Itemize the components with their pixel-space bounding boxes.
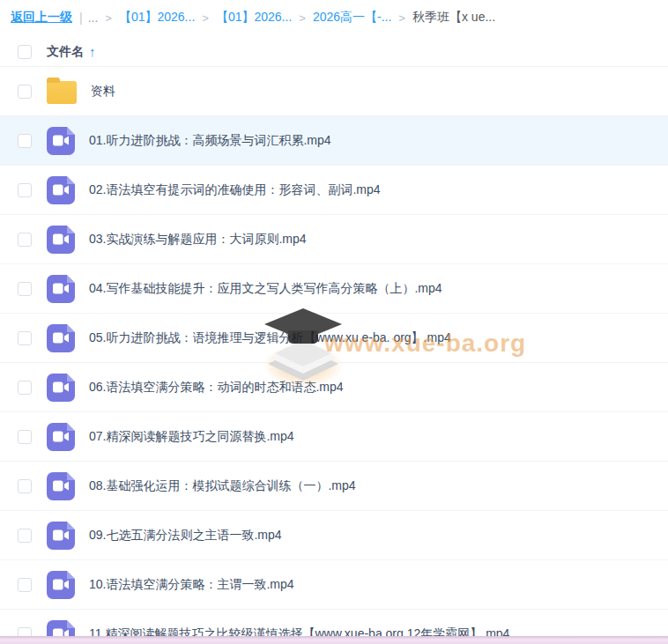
row-checkbox[interactable] — [18, 282, 32, 296]
row-checkbox[interactable] — [18, 331, 32, 345]
back-to-parent-link[interactable]: 返回上一级 — [11, 10, 72, 26]
file-name-link[interactable]: 09.七选五满分法则之主语一致.mp4 — [89, 528, 282, 544]
file-row[interactable]: 05.听力进阶挑战：语境推理与逻辑分析【www.xu e-ba. org】.mp… — [0, 314, 668, 363]
file-row[interactable]: 08.基础强化运用：模拟试题综合训练（一）.mp4 — [0, 462, 668, 511]
row-checkbox[interactable] — [18, 85, 32, 99]
file-row[interactable]: 04.写作基础技能提升：应用文之写人类写作高分策略（上）.mp4 — [0, 264, 668, 314]
row-checkbox[interactable] — [18, 381, 32, 395]
video-file-icon — [47, 374, 75, 402]
breadcrumb-separator-icon: > — [202, 11, 209, 25]
file-name-link[interactable]: 04.写作基础技能提升：应用文之写人类写作高分策略（上）.mp4 — [89, 281, 442, 297]
list-header: 文件名 ↑ — [0, 37, 668, 67]
breadcrumb-current: 秋季班【x ue... — [412, 10, 495, 26]
row-checkbox[interactable] — [18, 479, 32, 493]
row-checkbox[interactable] — [18, 529, 32, 543]
file-row[interactable]: 01.听力进阶挑战：高频场景与词汇积累.mp4 — [0, 116, 668, 166]
row-checkbox[interactable] — [18, 578, 32, 592]
file-list: 资料 01.听力进阶挑战：高频场景与词汇积累.mp4 02.语法填空有提示词的准… — [0, 67, 668, 644]
breadcrumb-link-3[interactable]: 2026高一【-... — [313, 10, 391, 26]
file-row[interactable]: 10.语法填空满分策略：主谓一致.mp4 — [0, 560, 668, 610]
file-row[interactable]: 07.精深阅读解题技巧之同源替换.mp4 — [0, 412, 668, 462]
file-name-link[interactable]: 03.实战演练与解题应用：大词原则.mp4 — [89, 232, 307, 248]
filename-column-header[interactable]: 文件名 — [47, 44, 84, 60]
file-row[interactable]: 09.七选五满分法则之主语一致.mp4 — [0, 511, 668, 560]
file-name-link[interactable]: 07.精深阅读解题技巧之同源替换.mp4 — [89, 429, 294, 445]
breadcrumb-ellipsis[interactable]: ... — [88, 11, 99, 25]
select-all-checkbox[interactable] — [18, 45, 32, 59]
video-file-icon — [47, 324, 75, 352]
file-name-link[interactable]: 08.基础强化运用：模拟试题综合训练（一）.mp4 — [89, 478, 356, 494]
breadcrumb-pipe: | — [79, 11, 83, 25]
row-checkbox[interactable] — [18, 183, 32, 197]
row-checkbox[interactable] — [18, 134, 32, 148]
breadcrumb-separator-icon: > — [105, 11, 112, 25]
file-manager-page: 返回上一级 | ... > 【01】2026... > 【01】2026... … — [0, 0, 668, 644]
file-row[interactable]: 资料 — [0, 67, 668, 116]
row-checkbox[interactable] — [18, 430, 32, 444]
video-file-icon — [47, 522, 75, 550]
video-file-icon — [47, 275, 75, 303]
file-name-link[interactable]: 06.语法填空满分策略：动词的时态和语态.mp4 — [89, 380, 344, 396]
breadcrumb-separator-icon: > — [398, 11, 405, 25]
video-file-icon — [47, 127, 75, 155]
file-name-link[interactable]: 02.语法填空有提示词的准确使用：形容词、副词.mp4 — [89, 182, 381, 198]
breadcrumb-separator-icon: > — [299, 11, 306, 25]
file-row[interactable]: 02.语法填空有提示词的准确使用：形容词、副词.mp4 — [0, 166, 668, 215]
file-row[interactable]: 06.语法填空满分策略：动词的时态和语态.mp4 — [0, 363, 668, 412]
breadcrumb-link-1[interactable]: 【01】2026... — [119, 10, 195, 26]
row-checkbox[interactable] — [18, 233, 32, 247]
file-row[interactable]: 03.实战演练与解题应用：大词原则.mp4 — [0, 215, 668, 264]
file-name-link[interactable]: 01.听力进阶挑战：高频场景与词汇积累.mp4 — [89, 133, 331, 149]
video-file-icon — [47, 176, 75, 204]
breadcrumb-link-2[interactable]: 【01】2026... — [216, 10, 292, 26]
video-file-icon — [47, 226, 75, 254]
folder-icon — [47, 81, 77, 104]
sort-ascending-icon[interactable]: ↑ — [89, 44, 96, 59]
video-file-icon — [47, 423, 75, 451]
file-name-link[interactable]: 05.听力进阶挑战：语境推理与逻辑分析【www.xu e-ba. org】.mp… — [89, 330, 451, 346]
bottom-edge-bar — [0, 636, 668, 644]
video-file-icon — [47, 571, 75, 599]
breadcrumb: 返回上一级 | ... > 【01】2026... > 【01】2026... … — [0, 0, 668, 26]
video-file-icon — [47, 472, 75, 500]
file-name-link[interactable]: 资料 — [91, 84, 115, 100]
file-name-link[interactable]: 10.语法填空满分策略：主谓一致.mp4 — [89, 577, 294, 593]
